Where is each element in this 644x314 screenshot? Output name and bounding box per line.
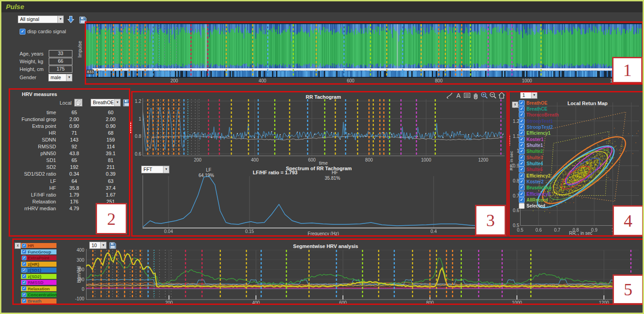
legend-item[interactable]: ✓RMSSD — [21, 280, 56, 285]
legend-item[interactable]: ✓HR — [21, 243, 56, 248]
annotation-number-3: 3 — [475, 205, 506, 236]
checked-checkbox[interactable]: ✓ — [519, 137, 525, 142]
annotation-number-4: 4 — [613, 205, 644, 236]
checked-checkbox[interactable]: ✓ — [22, 280, 26, 285]
returnmap-series-item[interactable]: ✓Efficiency2 — [519, 173, 551, 178]
legend-item[interactable]: ✓Breath — [21, 299, 56, 304]
checked-checkbox[interactable]: ✓ — [519, 155, 525, 161]
legend-label: HR — [28, 243, 34, 248]
save-segmentwise-button[interactable] — [109, 242, 117, 249]
copy-measures-button[interactable] — [74, 99, 82, 106]
checked-checkbox[interactable]: ✓ — [22, 286, 26, 291]
returnmap-series-item[interactable]: ✓Shulte4 — [519, 161, 543, 167]
hrv-profile-value: 0.90 — [97, 123, 124, 129]
returnmap-series-item[interactable]: ✓ThoracoBreath — [519, 112, 559, 118]
x-tick-label: 800 — [365, 157, 373, 162]
returnmap-series-item[interactable]: ✓AllRecord — [519, 198, 548, 203]
returnmap-series-item[interactable]: ✓Shulte5 — [519, 167, 543, 172]
age-field[interactable]: 33 — [49, 50, 72, 57]
returnmap-series-item[interactable]: ✓Efficiency3 — [519, 191, 551, 197]
checked-checkbox[interactable]: ✓ — [22, 293, 26, 297]
hrv-row-label: Functional grop — [10, 116, 56, 122]
checked-checkbox[interactable]: ✓ — [519, 118, 525, 124]
hrv-local-value: 71 — [61, 130, 87, 136]
signal-select[interactable]: All signal ▾ — [18, 15, 64, 23]
legend-item[interactable]: ✓z(SD2) — [21, 274, 56, 279]
checked-checkbox[interactable]: ✓ — [22, 256, 26, 260]
checked-checkbox[interactable]: ✓ — [519, 148, 525, 154]
checked-checkbox[interactable]: ✓ — [22, 243, 26, 248]
y-tick-label: 1.3 — [508, 104, 519, 109]
series-label: StroopTest1 — [526, 119, 553, 124]
returnmap-selected-item[interactable]: Selected — [519, 203, 545, 209]
age-label: Age, years — [20, 51, 44, 56]
returnmap-series-item[interactable]: ✓StroopTest1 — [519, 118, 553, 124]
returnmap-series-item[interactable]: ✓Shulte3 — [519, 155, 543, 160]
weight-field[interactable]: 66 — [49, 58, 72, 65]
checked-checkbox[interactable]: ✓ — [22, 262, 26, 266]
legend-item[interactable]: ✓ExtraPoint — [21, 255, 56, 260]
x-tick-label: 0.7 — [554, 228, 560, 233]
load-signal-button[interactable] — [66, 15, 75, 24]
checked-checkbox[interactable]: ✓ — [519, 100, 525, 106]
checked-checkbox[interactable]: ✓ — [519, 185, 525, 191]
legend-item[interactable]: ✓Concentration — [21, 292, 56, 297]
checked-checkbox[interactable]: ✓ — [519, 130, 525, 136]
disp-cardio-checkbox[interactable]: ✓ — [20, 29, 26, 35]
checked-checkbox[interactable]: ✓ — [519, 179, 525, 185]
series-label: AllRecord — [526, 198, 548, 203]
returnmap-series-item[interactable]: ✓BreathOE — [519, 100, 547, 106]
returnmap-select[interactable]: 1 ▾ — [520, 91, 537, 99]
returnmap-series-item[interactable]: ✓Koster2 — [519, 179, 543, 185]
hrv-row-label: LF — [10, 178, 56, 184]
segmentwise-title: Segmentwise HRV analysis — [293, 243, 358, 249]
legend-item[interactable]: ✓FuncGroup — [21, 249, 56, 254]
series-label: ThoracoBreath — [526, 112, 559, 117]
checked-checkbox[interactable]: ✓ — [519, 197, 525, 203]
legend-item[interactable]: ✓Relaxation — [21, 286, 56, 291]
spectrum-method-select[interactable]: FFT ▾ — [141, 166, 169, 173]
checked-checkbox[interactable]: ✓ — [519, 161, 525, 167]
series-label: Shulte2 — [526, 149, 543, 154]
panel-splitter[interactable] — [129, 122, 131, 133]
returnmap-series-item[interactable]: ✓StroopTest2 — [519, 124, 553, 130]
unchecked-checkbox[interactable] — [519, 203, 525, 209]
height-field[interactable]: 175 — [49, 66, 72, 73]
gender-select[interactable]: male ▾ — [48, 74, 72, 81]
returnmap-select-value: 1 — [522, 92, 525, 98]
checked-checkbox[interactable]: ✓ — [22, 249, 26, 254]
legend-item[interactable]: ✓z(HR) — [21, 262, 56, 267]
hrv-table-row: SD2192211 — [10, 164, 124, 171]
checked-checkbox[interactable]: ✓ — [22, 268, 26, 273]
segmentwise-close-button[interactable]: x — [15, 243, 21, 249]
hrv-profile-select[interactable]: BreathOE ▾ — [91, 99, 121, 106]
checked-checkbox[interactable]: ✓ — [519, 142, 525, 148]
segmentwise-plot-canvas[interactable] — [86, 249, 639, 300]
hrv-local-value: 43.8 — [61, 151, 87, 156]
hrv-row-label: SD2 — [10, 164, 56, 170]
returnmap-series-item[interactable]: ✓Brusnichka — [519, 185, 551, 191]
checked-checkbox[interactable]: ✓ — [519, 167, 525, 172]
checked-checkbox[interactable]: ✓ — [519, 106, 525, 112]
hrv-table-row: HR7168 — [10, 130, 124, 137]
series-label: BreathCE — [526, 106, 547, 111]
returnmap-series-item[interactable]: ✓Shulte2 — [519, 149, 543, 154]
y-tick-label: 300 — [71, 258, 84, 263]
segmentwise-select[interactable]: 10 ▾ — [89, 242, 107, 249]
returnmap-series-item[interactable]: ✓Shulte1 — [519, 142, 543, 148]
series-label: Koster1 — [526, 137, 543, 142]
spectrum-plot-canvas[interactable] — [143, 175, 505, 230]
checked-checkbox[interactable]: ✓ — [519, 191, 525, 197]
checked-checkbox[interactable]: ✓ — [519, 112, 525, 118]
checked-checkbox[interactable]: ✓ — [22, 274, 26, 279]
returnmap-series-item[interactable]: ✓Efficiency1 — [519, 131, 551, 136]
returnmap-series-item[interactable]: ✓BreathCE — [519, 106, 547, 111]
checked-checkbox[interactable]: ✓ — [22, 299, 26, 303]
checked-checkbox[interactable]: ✓ — [519, 173, 525, 179]
returnmap-series-item[interactable]: ✓Koster1 — [519, 137, 543, 142]
checked-checkbox[interactable]: ✓ — [519, 124, 525, 130]
tachogram-plot-canvas[interactable] — [143, 98, 505, 157]
impulse-plot-canvas[interactable] — [86, 23, 642, 78]
hrv-table-row: LF6463 — [10, 178, 124, 185]
legend-item[interactable]: ✓z(SD1) — [21, 268, 56, 273]
